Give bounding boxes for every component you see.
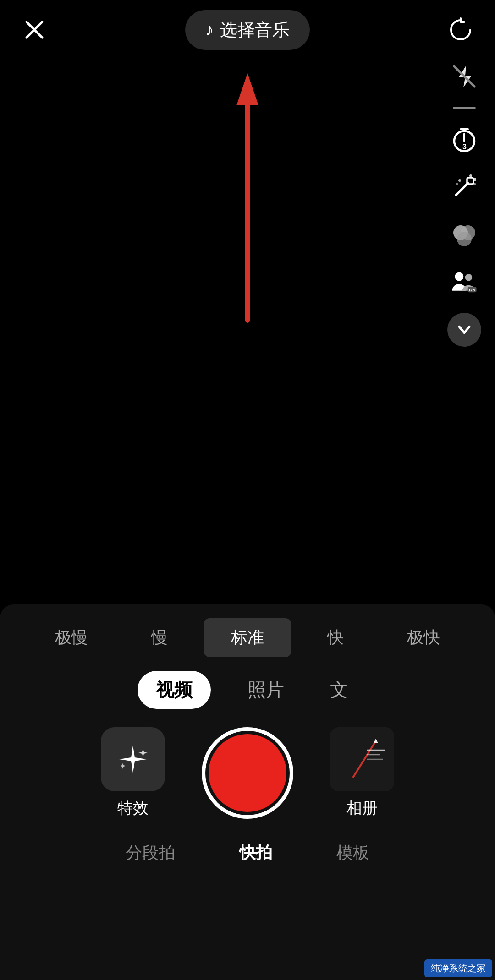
bottom-panel: 极慢 慢 标准 快 极快 视频 照片 文 特效 bbox=[0, 604, 495, 980]
speed-tab-fast[interactable]: 快 bbox=[292, 618, 380, 657]
music-note-icon: ♪ bbox=[205, 20, 214, 39]
mode-tabs: 视频 照片 文 bbox=[138, 671, 358, 709]
svg-point-19 bbox=[455, 272, 463, 281]
album-button[interactable]: 相册 bbox=[330, 727, 394, 819]
record-button[interactable] bbox=[202, 727, 293, 819]
svg-text:ON: ON bbox=[469, 287, 475, 292]
bottom-nav-template[interactable]: 模板 bbox=[327, 837, 379, 869]
svg-point-14 bbox=[458, 179, 461, 182]
speed-tabs: 极慢 慢 标准 快 极快 bbox=[0, 604, 495, 666]
music-select-label: 选择音乐 bbox=[220, 18, 290, 42]
filter-button[interactable] bbox=[447, 218, 481, 251]
svg-text:3: 3 bbox=[462, 143, 467, 151]
svg-point-18 bbox=[457, 232, 472, 246]
watermark: 纯净系统之家 bbox=[424, 959, 492, 977]
svg-point-12 bbox=[469, 174, 472, 177]
record-button-inner bbox=[209, 734, 286, 812]
bottom-nav: 分段拍 快拍 模板 bbox=[0, 837, 495, 869]
svg-point-11 bbox=[473, 178, 476, 181]
svg-point-15 bbox=[456, 183, 458, 185]
close-button[interactable] bbox=[18, 14, 50, 46]
bottom-nav-quick[interactable]: 快拍 bbox=[230, 837, 281, 869]
refresh-button[interactable] bbox=[445, 14, 477, 46]
arrow-annotation bbox=[234, 64, 261, 339]
effects-button[interactable]: 特效 bbox=[101, 727, 165, 819]
album-thumbnail bbox=[330, 727, 394, 791]
timer-button[interactable]: 3 bbox=[447, 122, 481, 156]
album-label: 相册 bbox=[346, 798, 378, 819]
svg-point-13 bbox=[473, 183, 476, 185]
music-select-button[interactable]: ♪ 选择音乐 bbox=[185, 10, 310, 50]
mode-tab-video[interactable]: 视频 bbox=[138, 671, 211, 709]
mode-tab-text[interactable]: 文 bbox=[321, 671, 358, 709]
svg-point-20 bbox=[465, 274, 472, 281]
flash-off-button[interactable] bbox=[447, 60, 481, 93]
effects-icon-box bbox=[101, 727, 165, 791]
beautify-button[interactable] bbox=[447, 170, 481, 204]
more-options-button[interactable] bbox=[447, 313, 481, 347]
right-icon-panel: 3 bbox=[447, 60, 481, 347]
svg-rect-23 bbox=[330, 727, 394, 791]
speed-tab-normal[interactable]: 标准 bbox=[204, 618, 292, 657]
svg-marker-3 bbox=[236, 73, 258, 105]
top-bar: ♪ 选择音乐 bbox=[0, 0, 495, 60]
speed-tab-very-fast[interactable]: 极快 bbox=[380, 618, 468, 657]
record-row: 特效 相册 bbox=[0, 727, 495, 819]
speed-tab-slow[interactable]: 慢 bbox=[116, 618, 204, 657]
speed-tab-very-slow[interactable]: 极慢 bbox=[28, 618, 116, 657]
bottom-nav-segments[interactable]: 分段拍 bbox=[116, 837, 184, 869]
icon-divider bbox=[453, 107, 476, 109]
svg-line-9 bbox=[456, 183, 468, 195]
mode-tab-photo[interactable]: 照片 bbox=[238, 671, 293, 709]
duet-button[interactable]: ON bbox=[447, 265, 481, 299]
effects-label: 特效 bbox=[117, 798, 148, 819]
